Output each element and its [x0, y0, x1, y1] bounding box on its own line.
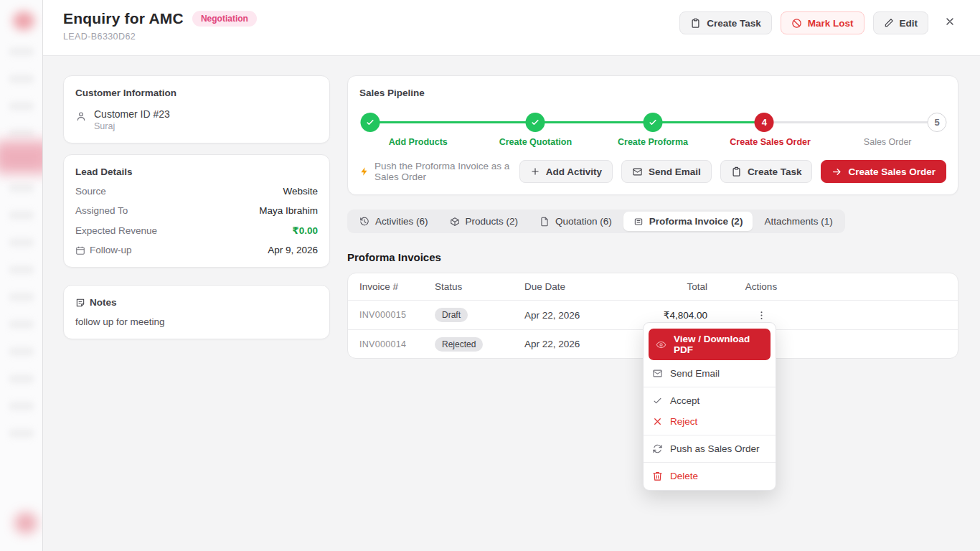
clipboard-icon [690, 18, 701, 29]
clipboard-icon [731, 166, 742, 177]
pipeline-title: Sales Pipeline [359, 88, 946, 98]
send-email-button[interactable]: Send Email [621, 160, 712, 183]
menu-divider [644, 387, 776, 387]
pipeline-step-4-label: Create Sales Order [712, 137, 829, 147]
plus-icon [530, 166, 540, 176]
menu-item-send-email[interactable]: Send Email [644, 363, 776, 384]
pipeline-labels: Add Products Create Quotation Create Pro… [359, 137, 946, 147]
add-activity-button[interactable]: Add Activity [519, 160, 613, 183]
mail-icon [632, 166, 643, 177]
status-badge-rejected: Rejected [435, 337, 483, 352]
invoices-heading: Proforma Invoices [347, 251, 958, 263]
check-icon [531, 118, 540, 127]
page-title: Enquiry for AMC [63, 10, 184, 27]
pipeline-step-5-label: Sales Order [829, 137, 946, 147]
menu-item-delete[interactable]: Delete [644, 466, 776, 486]
pipeline-step-2-label: Create Quotation [477, 137, 595, 147]
customer-id: Customer ID #23 [94, 108, 170, 120]
invoices-table-header: Invoice # Status Due Date Total Actions [348, 273, 958, 301]
tab-activities[interactable]: Activities (6) [349, 212, 438, 231]
pipeline-step-5-dot[interactable]: 5 [928, 113, 947, 132]
lead-header: Enquiry for AMC Negotiation LEAD-B6330D6… [43, 0, 980, 56]
mark-lost-button[interactable]: Mark Lost [781, 11, 864, 34]
check-icon [649, 118, 658, 127]
invoice-icon [633, 217, 644, 227]
detail-row-assigned: Assigned To Maya Ibrahim [75, 205, 318, 216]
left-column: Customer Information Customer ID #23 Sur… [63, 75, 330, 359]
sidebar-logo-blur [13, 11, 34, 30]
status-badge: Negotiation [192, 11, 257, 27]
customer-info-card: Customer Information Customer ID #23 Sur… [63, 75, 330, 143]
status-badge-draft: Draft [435, 308, 468, 322]
tab-quotation[interactable]: Quotation (6) [529, 212, 622, 231]
lead-details-card: Lead Details Source Website Assigned To … [63, 154, 330, 268]
notes-card: Notes follow up for meeting [63, 285, 330, 339]
pencil-icon [884, 18, 894, 28]
sidebar-avatar-blur [14, 512, 37, 534]
pipeline-line-progress [361, 121, 765, 123]
app-sidebar-blurred [0, 0, 43, 551]
lead-details-title: Lead Details [75, 166, 318, 177]
x-icon [652, 416, 663, 427]
create-task-button-2[interactable]: Create Task [720, 160, 813, 183]
pipeline-track: 4 5 [359, 113, 946, 133]
notes-title: Notes [90, 297, 117, 308]
pipeline-hint-text: Push the Proforma Invoice as a Sales Ord… [374, 161, 511, 182]
edit-button[interactable]: Edit [873, 11, 929, 34]
arrow-right-icon [831, 166, 842, 177]
ban-icon [791, 18, 802, 29]
note-icon [75, 298, 85, 308]
sidebar-items-blur [9, 47, 34, 456]
menu-divider [644, 435, 776, 435]
detail-row-source: Source Website [75, 186, 318, 197]
invoice-actions-menu: View / Download PDF Send Email Accept Re… [643, 322, 776, 491]
pipeline-step-3-label: Create Proforma [594, 137, 712, 147]
menu-item-reject[interactable]: Reject [644, 411, 776, 432]
pipeline-step-1-label: Add Products [359, 137, 477, 147]
close-icon[interactable] [940, 11, 960, 32]
calendar-icon [75, 245, 85, 255]
pipeline-action-row: Push the Proforma Invoice as a Sales Ord… [359, 160, 946, 183]
refresh-icon [652, 443, 663, 454]
tab-attachments[interactable]: Attachments (1) [754, 212, 842, 231]
customer-row[interactable]: Customer ID #23 Suraj [75, 108, 318, 131]
pipeline-step-2-dot[interactable] [526, 113, 545, 132]
zap-icon [359, 166, 369, 176]
file-text-icon [540, 217, 550, 227]
right-column: Sales Pipeline 4 [347, 75, 958, 359]
pipeline-step-3-dot[interactable] [644, 113, 663, 132]
sidebar-active-item-blur [0, 141, 43, 174]
history-icon [359, 217, 369, 227]
detail-row-followup: Follow-up Apr 9, 2026 [75, 245, 318, 255]
lead-id: LEAD-B6330D62 [63, 32, 257, 42]
pipeline-step-1-dot[interactable] [361, 113, 380, 132]
tab-proforma-invoice[interactable]: Proforma Invoice (2) [623, 212, 753, 231]
detail-row-revenue: Expected Revenue ₹0.00 [75, 225, 318, 236]
package-icon [450, 217, 460, 227]
tab-bar: Activities (6) Products (2) Quotation (6… [347, 209, 845, 233]
customer-name: Suraj [94, 121, 170, 131]
trash-icon [652, 471, 663, 481]
menu-item-push-sales-order[interactable]: Push as Sales Order [644, 438, 776, 459]
eye-icon [656, 339, 666, 350]
lead-detail-panel: Enquiry for AMC Negotiation LEAD-B6330D6… [43, 0, 980, 551]
user-icon [75, 108, 87, 122]
header-actions: Create Task Mark Lost Edit [679, 10, 960, 55]
mail-icon [652, 368, 663, 379]
notes-content: follow up for meeting [75, 316, 318, 327]
lead-content: Customer Information Customer ID #23 Sur… [43, 56, 980, 359]
check-icon [652, 395, 663, 406]
create-task-button[interactable]: Create Task [679, 11, 772, 34]
lead-title-block: Enquiry for AMC Negotiation LEAD-B6330D6… [63, 10, 257, 55]
menu-item-view-pdf[interactable]: View / Download PDF [649, 329, 771, 360]
tab-products[interactable]: Products (2) [440, 212, 529, 231]
pipeline-step-4-dot[interactable]: 4 [755, 113, 774, 132]
menu-item-accept[interactable]: Accept [644, 390, 776, 411]
sales-pipeline-card: Sales Pipeline 4 [347, 75, 958, 195]
create-sales-order-button[interactable]: Create Sales Order [821, 160, 946, 183]
row-actions-icon[interactable] [753, 307, 770, 324]
customer-info-title: Customer Information [75, 88, 318, 98]
check-icon [366, 118, 375, 127]
menu-divider [644, 462, 776, 463]
